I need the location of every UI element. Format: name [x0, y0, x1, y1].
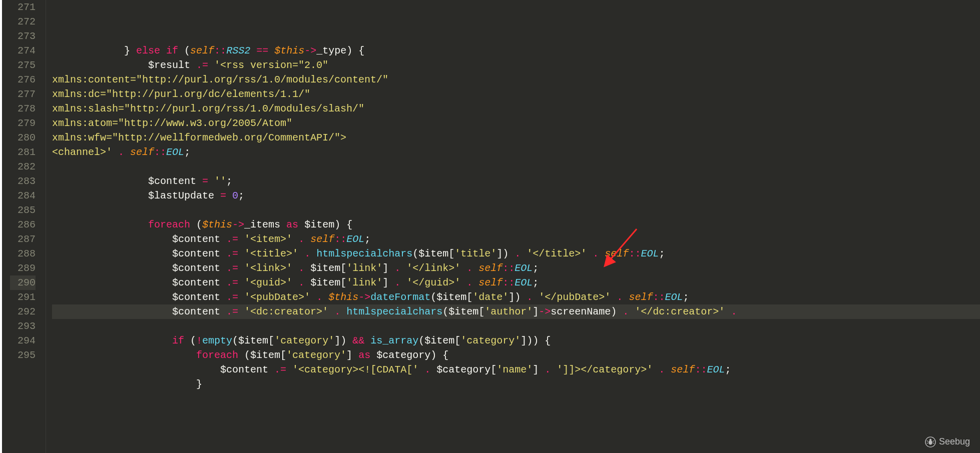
- code-token: [629, 306, 635, 318]
- code-token: <channel>': [52, 146, 112, 158]
- line-number: 287: [10, 232, 36, 246]
- code-token: 0: [232, 190, 238, 202]
- code-line[interactable]: $content .= '<title>' . htmlspecialchars…: [52, 246, 980, 261]
- code-token: xmlns:slash="http://purl.org/rss/1.0/mod…: [52, 103, 364, 114]
- code-token: '<category><![CDATA[': [292, 364, 418, 376]
- code-token: foreach: [148, 219, 190, 230]
- code-token: .=: [226, 262, 238, 274]
- code-line[interactable]: $content .= '<link>' . $item['link'] . '…: [52, 261, 980, 276]
- code-token: &&: [352, 335, 364, 346]
- code-token: ::: [629, 248, 641, 260]
- line-number-gutter: 2712722732742752762772782792802812822832…: [2, 0, 46, 453]
- code-token: ]): [509, 292, 527, 303]
- code-token: [725, 306, 731, 318]
- code-line[interactable]: $result .= '<rss version="2.0": [52, 58, 980, 72]
- code-token: '<rss version="2.0": [214, 60, 328, 71]
- line-number: 295: [10, 348, 36, 362]
- code-token: [226, 190, 232, 202]
- code-token: '<title>': [244, 248, 298, 260]
- code-line[interactable]: }: [52, 377, 980, 392]
- code-line[interactable]: $content .= '<category><![CDATA[' . $cat…: [52, 362, 980, 377]
- watermark-text: Seebug: [939, 434, 970, 449]
- code-token: _type) {: [316, 45, 364, 56]
- line-number: 293: [10, 319, 36, 334]
- code-area[interactable]: } else if (self::RSS2 == $this->_type) {…: [46, 0, 980, 453]
- code-token: .: [394, 262, 400, 274]
- code-token: .: [617, 292, 623, 303]
- code-token: [472, 277, 478, 288]
- svg-line-7: [933, 442, 934, 443]
- code-line[interactable]: $lastUpdate = 0;: [52, 188, 980, 203]
- code-token: 'link': [346, 262, 382, 274]
- code-token: .: [527, 292, 533, 303]
- line-number: 278: [10, 102, 36, 116]
- code-token: [737, 306, 743, 318]
- code-token: (: [190, 219, 202, 230]
- code-token: as: [286, 219, 298, 230]
- code-token: '</dc:creator>': [635, 306, 725, 318]
- code-token: ($item[: [430, 292, 472, 303]
- code-line[interactable]: xmlns:dc="http://purl.org/dc/elements/1.…: [52, 87, 980, 102]
- code-line[interactable]: foreach ($this->_items as $item) {: [52, 218, 980, 232]
- code-line[interactable]: [52, 203, 980, 218]
- code-token: $item[: [304, 277, 346, 288]
- code-line[interactable]: $content .= '<guid>' . $item['link'] . '…: [52, 276, 980, 290]
- code-token: .=: [274, 364, 286, 376]
- code-line[interactable]: foreach ($item['category'] as $category)…: [52, 348, 980, 362]
- code-editor[interactable]: 2712722732742752762772782792802812822832…: [2, 0, 980, 453]
- code-token: as: [358, 350, 370, 361]
- code-token: ::: [503, 262, 515, 274]
- code-line[interactable]: <channel>' . self::EOL;: [52, 145, 980, 160]
- line-number: 284: [10, 188, 36, 203]
- code-token: [400, 262, 406, 274]
- code-token: xmlns:wfw="http://wellformedweb.org/Comm…: [52, 132, 346, 144]
- line-number: 286: [10, 218, 36, 232]
- code-token: .: [731, 306, 737, 318]
- code-token: self: [310, 234, 334, 245]
- code-token: [292, 234, 298, 245]
- code-token: [599, 248, 605, 260]
- code-token: EOL: [346, 234, 364, 245]
- code-token: ->: [304, 45, 316, 56]
- code-token: [322, 292, 328, 303]
- code-token: [52, 335, 172, 346]
- code-token: ]: [382, 262, 394, 274]
- code-token: }: [52, 378, 202, 390]
- code-token: $content: [52, 306, 226, 318]
- code-token: [250, 45, 256, 56]
- code-line[interactable]: [52, 160, 980, 174]
- code-line[interactable]: $content .= '<dc:creator>' . htmlspecial…: [52, 304, 980, 319]
- code-line[interactable]: xmlns:atom="http://www.w3.org/2005/Atom": [52, 116, 980, 130]
- code-token: $item[: [304, 262, 346, 274]
- line-number: 274: [10, 44, 36, 58]
- code-token: [611, 292, 617, 303]
- code-token: ]: [533, 364, 545, 376]
- code-token: .: [545, 364, 551, 376]
- code-token: .=: [226, 248, 238, 260]
- code-line[interactable]: xmlns:slash="http://purl.org/rss/1.0/mod…: [52, 102, 980, 116]
- code-token: ])) {: [521, 335, 551, 346]
- code-token: ]: [533, 306, 539, 318]
- watermark: Seebug: [925, 434, 970, 449]
- line-number: 276: [10, 72, 36, 87]
- code-token: [460, 277, 466, 288]
- code-line[interactable]: $content = '';: [52, 174, 980, 188]
- code-line[interactable]: if (!empty($item['category']) && is_arra…: [52, 334, 980, 348]
- code-line[interactable]: $content .= '<item>' . self::EOL;: [52, 232, 980, 246]
- code-line[interactable]: $content .= '<pubDate>' . $this->dateFor…: [52, 290, 980, 304]
- code-token: ::: [503, 277, 515, 288]
- code-token: [533, 292, 539, 303]
- code-line[interactable]: } else if (self::RSS2 == $this->_type) {: [52, 44, 980, 58]
- code-token: 'category': [274, 335, 334, 346]
- line-number: 275: [10, 58, 36, 72]
- code-token: [400, 277, 406, 288]
- code-line[interactable]: [52, 29, 980, 44]
- code-token: .: [593, 248, 599, 260]
- code-line[interactable]: xmlns:content="http://purl.org/rss/1.0/m…: [52, 72, 980, 87]
- code-line[interactable]: xmlns:wfw="http://wellformedweb.org/Comm…: [52, 130, 980, 145]
- svg-line-5: [927, 442, 928, 443]
- code-token: [310, 292, 316, 303]
- code-token: [238, 234, 244, 245]
- code-line[interactable]: [52, 319, 980, 334]
- code-token: EOL: [665, 292, 683, 303]
